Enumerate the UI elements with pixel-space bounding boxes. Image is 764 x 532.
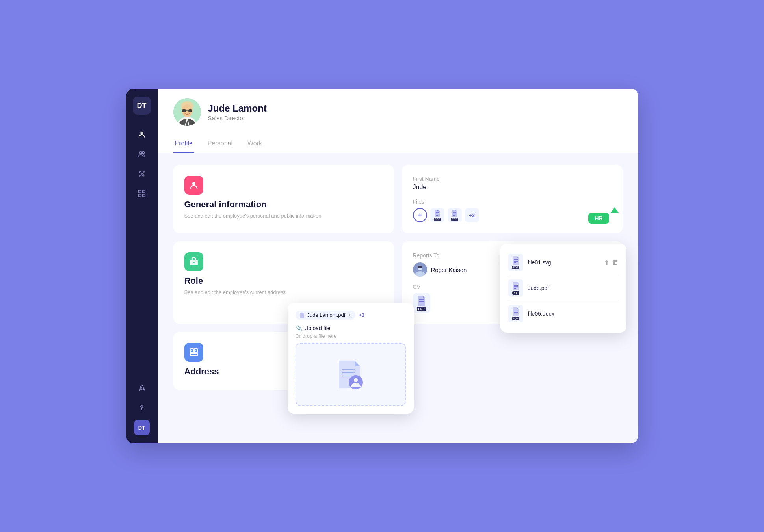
svg-point-52 <box>354 378 358 382</box>
files-add-button[interactable]: + <box>413 208 427 222</box>
user-title: Sales Director <box>208 115 267 121</box>
file-dropdown-item-1[interactable]: PDF file01.svg ⬆ 🗑 <box>508 250 619 275</box>
drop-zone[interactable] <box>296 343 406 406</box>
app-container: DT <box>126 89 638 443</box>
svg-rect-30 <box>418 266 422 268</box>
file-icon-2[interactable]: PDF <box>448 208 462 222</box>
right-panel: First Name Jude Files + PDF <box>402 165 623 233</box>
svg-rect-14 <box>182 109 186 112</box>
file-1-actions: ⬆ 🗑 <box>604 259 619 266</box>
sidebar-bottom: ? DT <box>134 380 150 435</box>
file-chip-name: Jude Lamont.pdf <box>307 312 346 318</box>
upload-popup: Jude Lamont.pdf ✕ +3 📎 Upload file Or dr… <box>288 303 414 414</box>
sidebar-item-team[interactable] <box>134 146 150 162</box>
upload-plus-count: +3 <box>359 312 364 318</box>
file-1-name: file01.svg <box>528 259 599 266</box>
sidebar-item-grid[interactable] <box>134 186 150 201</box>
file-dropdown-item-2[interactable]: PDF Jude.pdf <box>508 275 619 301</box>
file-badge-2: PDF <box>451 218 458 221</box>
upload-file-chips: Jude Lamont.pdf ✕ +3 <box>296 311 406 320</box>
svg-point-26 <box>193 262 195 263</box>
paperclip-icon: 📎 <box>296 325 302 331</box>
svg-rect-9 <box>142 194 145 197</box>
svg-rect-6 <box>138 190 141 193</box>
tabs: Profile Personal Work <box>173 135 623 153</box>
file-3-icon: PDF <box>508 305 523 322</box>
user-avatar <box>173 98 201 126</box>
svg-rect-7 <box>142 190 145 193</box>
file-chip-main[interactable]: Jude Lamont.pdf ✕ <box>296 311 356 320</box>
header: Jude Lamont Sales Director Profile Perso… <box>158 89 638 153</box>
file-dropdown-popup: PDF file01.svg ⬆ 🗑 <box>500 244 626 333</box>
file-dropdown-item-3[interactable]: PDF file05.docx <box>508 301 619 326</box>
upload-area-label[interactable]: 📎 Upload file <box>296 325 406 331</box>
svg-rect-35 <box>194 349 197 353</box>
sidebar-logo: DT <box>133 97 151 115</box>
svg-rect-15 <box>188 109 192 112</box>
file-1-download[interactable]: ⬆ <box>604 259 609 266</box>
drop-hint: Or drop a file here <box>296 333 406 339</box>
general-info-icon <box>184 176 203 195</box>
svg-rect-8 <box>138 194 141 197</box>
files-label: Files <box>413 199 612 205</box>
svg-point-0 <box>140 132 143 134</box>
svg-point-18 <box>192 182 195 185</box>
files-count[interactable]: +2 <box>465 208 479 222</box>
sidebar-item-person[interactable] <box>134 126 150 142</box>
user-info: Jude Lamont Sales Director <box>173 98 623 126</box>
svg-point-4 <box>142 175 144 176</box>
role-title: Role <box>184 276 383 286</box>
tab-personal[interactable]: Personal <box>206 135 234 153</box>
file-2-icon: PDF <box>508 279 523 297</box>
file-1-delete[interactable]: 🗑 <box>612 259 619 266</box>
chip-close-button[interactable]: ✕ <box>348 313 351 318</box>
user-details: Jude Lamont Sales Director <box>208 103 267 121</box>
sidebar-item-rocket[interactable] <box>134 380 150 396</box>
cv-badge: PDF <box>417 307 426 311</box>
file-badge-1: PDF <box>434 218 441 221</box>
general-info-title: General information <box>184 199 383 210</box>
svg-point-10 <box>141 387 142 389</box>
sidebar-user-avatar[interactable]: DT <box>134 420 150 435</box>
general-info-card: General information See and edit the emp… <box>173 165 394 233</box>
hr-badge-area: HR <box>579 207 619 224</box>
file-3-name: file05.docx <box>528 311 614 317</box>
reports-avatar <box>413 262 427 277</box>
svg-rect-38 <box>190 353 197 356</box>
svg-point-2 <box>142 152 144 154</box>
file-2-name: Jude.pdf <box>528 285 614 291</box>
cv-file[interactable]: PDF <box>413 293 430 313</box>
tab-profile[interactable]: Profile <box>173 135 194 153</box>
address-icon <box>184 343 203 362</box>
upload-label-text: Upload file <box>305 325 331 331</box>
sidebar-item-percent[interactable] <box>134 166 150 182</box>
svg-point-1 <box>139 152 142 154</box>
sidebar: DT <box>126 89 158 443</box>
general-info-desc: See and edit the employee's personal and… <box>184 212 383 220</box>
svg-rect-34 <box>190 349 193 353</box>
tab-work[interactable]: Work <box>246 135 264 153</box>
main-content: Jude Lamont Sales Director Profile Perso… <box>158 89 638 443</box>
hr-badge: HR <box>588 213 609 224</box>
role-icon <box>184 252 203 271</box>
reports-name: Roger Kaison <box>431 266 467 273</box>
svg-point-3 <box>139 172 141 173</box>
user-name: Jude Lamont <box>208 103 267 114</box>
hr-arrow <box>611 207 619 213</box>
first-name-label: First Name <box>413 176 612 182</box>
first-name-value: Jude <box>413 184 612 191</box>
file-1-icon: PDF <box>508 254 523 271</box>
role-desc: See and edit the employee's current addr… <box>184 288 383 296</box>
page-body: General information See and edit the emp… <box>158 153 638 402</box>
drop-zone-illustration <box>337 359 364 390</box>
file-icon-1[interactable]: PDF <box>430 208 444 222</box>
sidebar-item-help[interactable]: ? <box>134 400 150 416</box>
